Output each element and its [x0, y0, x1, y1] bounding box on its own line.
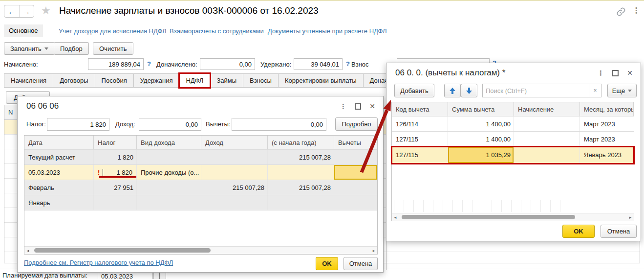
- link-icon[interactable]: [616, 7, 626, 17]
- details-button[interactable]: Подробно: [335, 117, 378, 131]
- income-field-label: Доход:: [115, 120, 135, 128]
- cancel-button-label: Отмена: [607, 228, 630, 235]
- income-field-input[interactable]: [139, 118, 201, 131]
- dialog-menu-icon[interactable]: ⋮: [597, 69, 604, 77]
- fill-button[interactable]: Заполнить: [4, 42, 55, 55]
- tax-dialog-window-controls: ⋮ ✕: [340, 102, 375, 110]
- close-icon[interactable]: ✕: [627, 69, 633, 77]
- cancel-button[interactable]: Отмена: [601, 225, 637, 238]
- withheld-input[interactable]: [294, 58, 343, 70]
- window-menu-icon[interactable]: ⋮: [632, 6, 640, 15]
- cell-income-type: Прочие доходы (о...: [137, 165, 201, 180]
- scrollbar-track[interactable]: [399, 213, 627, 221]
- nav-link-settlements[interactable]: Взаиморасчеты с сотрудниками: [170, 27, 264, 35]
- column-header-ytd[interactable]: (с начала года): [268, 136, 334, 149]
- table-row[interactable]: Февраль 27 951 215 007,28 215 007,28: [24, 180, 377, 195]
- column-header-deduction-amount[interactable]: Сумма вычета: [448, 102, 514, 116]
- clear-button[interactable]: Очистить: [93, 42, 133, 55]
- close-icon[interactable]: ✕: [369, 102, 375, 110]
- back-icon: ←: [8, 7, 15, 16]
- tab-benefits[interactable]: Пособия: [95, 73, 134, 88]
- accrued-input[interactable]: [88, 58, 144, 70]
- cancel-button[interactable]: Отмена: [343, 257, 378, 270]
- column-header-accrual[interactable]: Начисление: [514, 102, 580, 116]
- table-row[interactable]: 127/115 1 400,00 Март 2023: [392, 132, 634, 147]
- additional-input[interactable]: [200, 58, 255, 70]
- column-header-tax[interactable]: Налог: [94, 136, 137, 149]
- scroll-right-arrow[interactable]: ▸: [370, 248, 377, 253]
- tab-payment-adjustments[interactable]: Корректировки выплаты: [278, 73, 364, 88]
- tab-contributions[interactable]: Взносы: [243, 73, 279, 88]
- table-row[interactable]: Текущий расчет 1 820 215 007,28: [24, 150, 377, 165]
- tab-accruals[interactable]: Начисления: [4, 73, 53, 88]
- cell-deductions: [334, 150, 377, 164]
- tax-field-label: Налог:: [26, 120, 46, 128]
- move-buttons: [444, 84, 477, 97]
- column-header-income[interactable]: Доход: [201, 136, 268, 149]
- ndfl-register-link[interactable]: Подробнее см. Регистр налогового учета п…: [24, 259, 173, 266]
- add-button-label: Добавить: [400, 87, 428, 94]
- scroll-left-arrow[interactable]: ◂: [24, 248, 31, 253]
- pick-button[interactable]: Подбор: [54, 42, 89, 55]
- cell-income-type: [137, 150, 201, 164]
- maximize-icon[interactable]: [612, 70, 619, 76]
- nav-tab-main[interactable]: Основное: [4, 24, 43, 37]
- ok-button[interactable]: OK: [316, 257, 338, 270]
- scroll-right-arrow[interactable]: ▸: [627, 215, 634, 220]
- column-header-income-type[interactable]: Вид дохода: [137, 136, 201, 149]
- table-row[interactable]: 126/114 1 400,00 Март 2023: [392, 116, 634, 132]
- cell-income: 215 007,28: [201, 180, 268, 195]
- tab-withholdings[interactable]: Удержания: [133, 73, 180, 88]
- move-up-button[interactable]: [444, 84, 461, 97]
- deductions-dialog-title: 06 0. 0. (вычеты к налогам) *: [395, 68, 505, 78]
- table-row[interactable]: 05.03.2023 ! 1 820 Прочие доходы (о...: [24, 165, 377, 180]
- selected-deductions-cell[interactable]: [334, 165, 377, 180]
- cell-accrual: [514, 116, 580, 131]
- deductions-table: Код вычета Сумма вычета Начисление Месяц…: [391, 102, 634, 221]
- cell-ytd: 215 007,28: [268, 180, 334, 195]
- scrollbar-track[interactable]: [31, 247, 370, 254]
- deductions-dialog-window-controls: ⋮ ✕: [597, 69, 633, 77]
- additional-label: Доначислено:: [156, 61, 197, 68]
- cell-deduction-amount: 1 400,00: [448, 132, 514, 146]
- search-clear-icon[interactable]: ×: [589, 84, 601, 97]
- cell-month: Январь 2023: [580, 147, 634, 163]
- move-down-button[interactable]: [461, 84, 477, 97]
- cell-ytd: [268, 165, 334, 180]
- forward-button[interactable]: →: [20, 5, 34, 17]
- tab-contracts[interactable]: Договоры: [53, 73, 95, 88]
- withheld-help-icon[interactable]: ?: [346, 60, 350, 68]
- cell-deduction-code: 127/115: [392, 132, 448, 146]
- tab-ndfl[interactable]: НДФЛ: [179, 73, 211, 88]
- move-down-icon: [466, 88, 472, 94]
- accrued-help-icon[interactable]: ?: [147, 60, 151, 68]
- favorite-star-icon[interactable]: ★: [41, 4, 51, 17]
- cell-tax: 1 820: [94, 150, 137, 164]
- back-button[interactable]: ←: [4, 5, 20, 17]
- ok-button[interactable]: OK: [562, 225, 595, 238]
- column-header-deduction-code[interactable]: Код вычета: [392, 102, 448, 116]
- highlighted-table-row[interactable]: 127/115 1 035,29 Январь 2023: [392, 147, 634, 163]
- more-button[interactable]: Еще: [607, 84, 637, 97]
- text-cursor: [103, 169, 103, 176]
- search-input[interactable]: [483, 84, 589, 97]
- column-grid-ticks: [394, 200, 573, 212]
- table-row[interactable]: Январь: [24, 195, 377, 210]
- nav-link-income-accounting[interactable]: Учет доходов для исчисления НДФЛ: [59, 27, 166, 35]
- scroll-left-arrow[interactable]: ◂: [392, 215, 399, 220]
- add-button[interactable]: Добавить: [394, 84, 434, 97]
- scrollbar-thumb[interactable]: [34, 248, 211, 253]
- dropdown-arrow-icon: [44, 47, 48, 50]
- maximize-icon[interactable]: [355, 103, 361, 110]
- column-header-deductions[interactable]: Вычеты: [334, 136, 377, 149]
- dialog-menu-icon[interactable]: ⋮: [340, 102, 346, 110]
- scrollbar-thumb[interactable]: [402, 215, 575, 219]
- tab-loans[interactable]: Займы: [210, 73, 243, 88]
- calendar-icon: [159, 273, 160, 279]
- selected-deduction-amount-cell[interactable]: 1 035,29: [448, 147, 514, 163]
- nav-link-ndfl-documents[interactable]: Документы учтенные при расчете НДФЛ: [268, 27, 387, 35]
- column-header-month[interactable]: Месяц, за который: [580, 102, 634, 116]
- deductions-field-input[interactable]: [232, 118, 326, 131]
- column-header-date[interactable]: Дата: [24, 136, 94, 149]
- tax-field-input[interactable]: [47, 118, 109, 131]
